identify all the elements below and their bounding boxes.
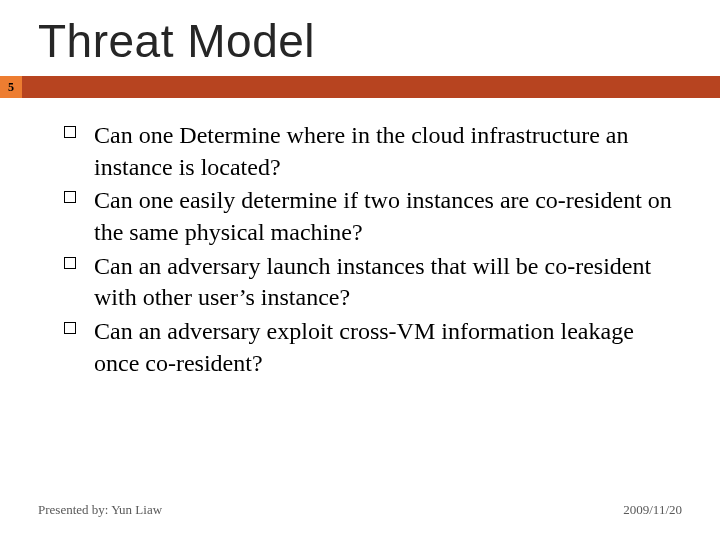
bullet-list: Can one Determine where in the cloud inf…	[64, 120, 680, 379]
list-item: Can one easily determine if two instance…	[64, 185, 680, 248]
presenter-label: Presented by: Yun Liaw	[38, 502, 162, 518]
square-bullet-icon	[64, 126, 76, 138]
list-item-text: Can one easily determine if two instance…	[94, 187, 672, 245]
list-item: Can an adversary launch instances that w…	[64, 251, 680, 314]
content-area: Can one Determine where in the cloud inf…	[0, 98, 720, 379]
footer: Presented by: Yun Liaw 2009/11/20	[38, 502, 682, 518]
title-area: Threat Model	[0, 0, 720, 76]
slide-title: Threat Model	[38, 14, 720, 68]
square-bullet-icon	[64, 191, 76, 203]
list-item-text: Can an adversary launch instances that w…	[94, 253, 651, 311]
square-bullet-icon	[64, 257, 76, 269]
page-number: 5	[8, 80, 14, 95]
square-bullet-icon	[64, 322, 76, 334]
list-item: Can an adversary exploit cross-VM inform…	[64, 316, 680, 379]
page-number-box: 5	[0, 76, 22, 98]
list-item-text: Can an adversary exploit cross-VM inform…	[94, 318, 634, 376]
list-item-text: Can one Determine where in the cloud inf…	[94, 122, 628, 180]
accent-bar: 5	[0, 76, 720, 98]
date-label: 2009/11/20	[623, 502, 682, 518]
list-item: Can one Determine where in the cloud inf…	[64, 120, 680, 183]
